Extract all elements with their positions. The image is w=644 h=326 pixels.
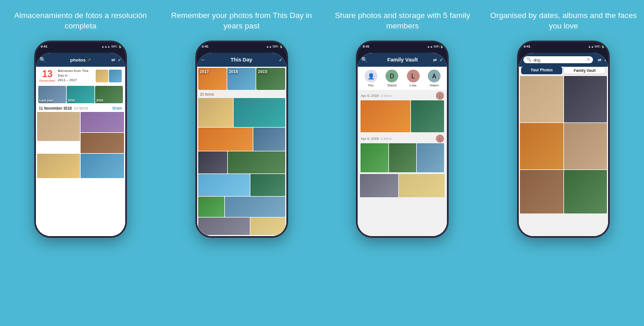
- status-time-1: 9:41: [41, 45, 48, 48]
- notch-area-2: 9:41 ▲▲ WiFi 🔋: [197, 42, 286, 53]
- tab-family-vault[interactable]: Family Vault: [563, 67, 606, 74]
- p2-photo-1[interactable]: [198, 98, 233, 127]
- check-icon-4[interactable]: ✓: [604, 57, 608, 63]
- year-2016[interactable]: 2016: [227, 68, 256, 90]
- p2-row-3: [198, 151, 285, 173]
- search-icon-1[interactable]: 🔍: [39, 57, 46, 63]
- mem-thumb-1: [96, 70, 108, 82]
- p2-photo-5[interactable]: [198, 151, 227, 173]
- p2-photo-4[interactable]: [253, 128, 285, 151]
- avatar-adam: A: [428, 70, 441, 82]
- check-icon-2[interactable]: ✓: [279, 57, 283, 63]
- year-cell-2016b[interactable]: 2016: [95, 86, 123, 103]
- memories-card: 13 November Memories from This Day in201…: [36, 67, 125, 85]
- notch-2: [224, 42, 259, 50]
- year-label-1: Last year: [39, 99, 53, 102]
- nav-right-3: ⇌ ✓: [433, 57, 443, 63]
- date-info-1: Apr 6, 2018 2 items L: [361, 92, 444, 100]
- p2-photo-8[interactable]: [250, 174, 285, 196]
- phone-1-inner: 🔍 photos ↗ ⇌ ✓ 13 November: [36, 53, 125, 238]
- panel-4: Organised by dates, albums and the faces…: [483, 0, 644, 326]
- p2-photo-3[interactable]: [198, 128, 253, 151]
- member-david[interactable]: D David: [385, 70, 398, 87]
- p2-row-4: [198, 174, 285, 196]
- photo-brown[interactable]: [81, 133, 124, 153]
- filter-icon-4[interactable]: ⇌: [598, 57, 602, 63]
- nav-title-2: This Day: [231, 57, 253, 63]
- p2-photo-6[interactable]: [228, 151, 285, 173]
- photo-blue[interactable]: [81, 154, 124, 178]
- p3-photo-3a[interactable]: [360, 174, 398, 197]
- member-name-david: David: [387, 84, 396, 87]
- nav-title-3: Family Vault: [387, 57, 418, 63]
- tab-your-photos[interactable]: Your Photos: [521, 67, 562, 74]
- search-query: dog: [533, 58, 585, 62]
- dog-photo-6[interactable]: [564, 170, 607, 213]
- status-icons-3: ▲▲ WiFi 🔋: [427, 45, 444, 48]
- nav-title-1: photos: [70, 57, 86, 63]
- memories-thumbnails: [96, 70, 122, 82]
- year-label-2: 2016: [68, 99, 75, 102]
- panel-2-caption: Remember your photos from This Day in ye…: [167, 10, 316, 35]
- p3-photo-1a[interactable]: [361, 100, 410, 132]
- phone-4-inner: ← 🔍 dog ✕ ⇌ ✓ Your Photos Family Vault: [519, 53, 608, 238]
- dog-photo-1[interactable]: [520, 76, 563, 122]
- filter-icon-3[interactable]: ⇌: [433, 57, 437, 63]
- p3-photo-2a[interactable]: [361, 143, 388, 172]
- back-icon-4[interactable]: ←: [522, 57, 527, 63]
- member-adam[interactable]: A Adam: [428, 70, 441, 87]
- dog-photo-5[interactable]: [520, 170, 563, 213]
- member-lisa[interactable]: L Lisa: [407, 70, 420, 87]
- phone-3-inner: 🔍 Family Vault ⇌ ✓ 👤 You D David: [358, 53, 447, 238]
- memories-month: November: [39, 79, 56, 82]
- year-cell-2016a[interactable]: 2016: [67, 86, 94, 103]
- photo-girl[interactable]: [81, 112, 124, 132]
- phone-4: 9:41 ▲▲ WiFi 🔋 ← 🔍 dog ✕ ⇌ ✓: [517, 41, 610, 238]
- p2-photo-9[interactable]: [198, 197, 224, 217]
- back-icon-2[interactable]: ←: [201, 57, 206, 63]
- p3-photo-3b[interactable]: [399, 174, 445, 197]
- p3-photos-2: [361, 143, 444, 172]
- year-cell-lastyear[interactable]: Last year: [38, 86, 66, 103]
- photo-grid-1: [36, 112, 125, 178]
- p2-photo-11[interactable]: [198, 218, 250, 235]
- nav-bar-1: 🔍 photos ↗ ⇌ ✓: [36, 53, 125, 67]
- date-label-2: Apr 6, 2018 6 items: [361, 137, 392, 140]
- check-icon-1[interactable]: ✓: [118, 57, 122, 63]
- date-header: 11 November 2018 14 items Share: [36, 104, 125, 112]
- search-clear-icon[interactable]: ✕: [587, 57, 590, 62]
- photo-golden[interactable]: [37, 154, 81, 178]
- photo-dog[interactable]: [37, 112, 81, 141]
- p3-photo-1b[interactable]: [411, 100, 444, 132]
- p3-photo-2c[interactable]: [417, 143, 444, 172]
- p2-row-5: [198, 197, 285, 217]
- status-icons-2: ▲▲ WiFi 🔋: [266, 45, 283, 48]
- member-you[interactable]: 👤 You: [365, 70, 377, 87]
- p3-photo-2b[interactable]: [389, 143, 416, 172]
- search-bar-4[interactable]: 🔍 dog ✕: [523, 56, 593, 63]
- dog-photo-2[interactable]: [564, 76, 607, 122]
- share-button[interactable]: Share: [112, 106, 122, 110]
- dog-photo-3[interactable]: [520, 123, 563, 169]
- nav-right-2: ✓: [279, 57, 283, 63]
- photo-collage-2: [197, 97, 286, 236]
- items-count-2: 20 items: [197, 91, 286, 97]
- filter-icon-1[interactable]: ⇌: [111, 57, 115, 63]
- year-2017[interactable]: 2017: [198, 68, 227, 90]
- notch-4: [546, 42, 581, 50]
- p2-photo-10[interactable]: [225, 197, 285, 217]
- p2-photo-2[interactable]: [234, 98, 285, 127]
- check-icon-3[interactable]: ✓: [439, 57, 443, 63]
- nav-bar-3: 🔍 Family Vault ⇌ ✓: [358, 53, 447, 67]
- dog-photo-grid: [519, 76, 608, 213]
- p3-photos-1: [361, 100, 444, 132]
- year-2015[interactable]: 2015: [256, 68, 285, 90]
- year-text-2016: 2016: [229, 70, 238, 74]
- panel-1: Almacenamiento de fotos a resolución com…: [0, 0, 161, 326]
- search-icon-3[interactable]: 🔍: [361, 57, 368, 63]
- status-icons-1: ▲▲▲ WiFi 🔋: [101, 45, 122, 48]
- p2-photo-12[interactable]: [250, 218, 285, 235]
- phone-3: 9:41 ▲▲ WiFi 🔋 🔍 Family Vault ⇌ ✓ 👤: [356, 41, 449, 238]
- dog-photo-4[interactable]: [564, 123, 607, 169]
- p2-photo-7[interactable]: [198, 174, 250, 196]
